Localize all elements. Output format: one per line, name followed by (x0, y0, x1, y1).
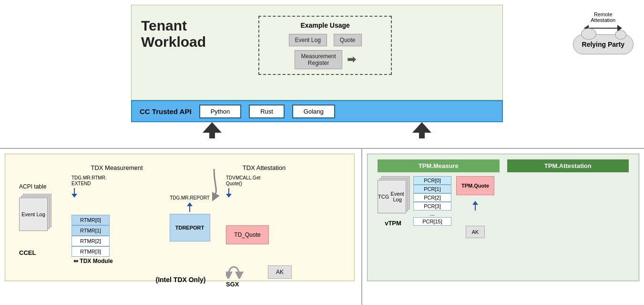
tdx-attestation-column: TDX Attestation TDVMCALL.Get Quote() TD_… (226, 159, 302, 288)
pcr-15: PCR[15] (413, 217, 451, 226)
tpm-quote-column: TPM.Quote AK (456, 176, 494, 238)
left-panel-content: ACPI table Event Log CCEL TDX Measuremen… (11, 156, 350, 287)
rtmr-1: RTMR[1] (72, 225, 110, 236)
lang-python: Python (199, 105, 241, 118)
pcr-0: PCR[0] (413, 176, 451, 185)
arrow-line (589, 28, 617, 29)
example-usage-box: Example Usage Event Log Quote Measuremen… (258, 16, 392, 75)
lang-rust: Rust (249, 105, 285, 118)
ccel-label: CCEL (19, 249, 36, 256)
relying-party-cloud: Relying Party (573, 34, 634, 54)
arrow-head-tdvmcall (226, 194, 232, 198)
tenant-title: Tenant Workload (141, 18, 206, 50)
arrow-down-tdvmcall (226, 188, 232, 198)
left-panel: ACPI table Event Log CCEL TDX Measuremen… (0, 149, 362, 305)
arrow-up-right (412, 122, 431, 138)
arrow-down-extend (72, 188, 77, 198)
arrow-shaft-right (419, 133, 425, 138)
vtpm-pages: TCG Event Log (378, 176, 409, 212)
eu-arrow-icon: ➡ (347, 53, 356, 66)
arrow-shaft-extend (74, 188, 75, 194)
left-columns: ACPI table Event Log CCEL TDX Measuremen… (19, 159, 342, 274)
cc-api-label: CC Trusted API (140, 107, 192, 116)
top-section: Tenant Workload Example Usage Event Log … (0, 0, 644, 148)
tdreport-column: TDG.MR.REPORT TDREPORT (166, 159, 214, 242)
right-content: TPM.Measure TPM.Attestation TCG Event Lo… (372, 156, 634, 242)
sgx-label: SGX (226, 281, 239, 288)
tpm-attestation-box: TPM.Attestation (507, 159, 629, 172)
pcr-2: PCR[2] (413, 193, 451, 202)
pcr-dots: ... (413, 210, 451, 217)
example-usage-row: Event Log Quote (266, 34, 384, 46)
tpm-measure-box: TPM.Measure (378, 159, 500, 172)
example-usage-bottom-row: Measurement Register ➡ (266, 50, 384, 69)
quote-box: Quote (334, 34, 362, 46)
ak-box-right: AK (466, 226, 485, 238)
vtpm-left: TCG Event Log vTPM (378, 176, 409, 227)
ak-box-left: AK (268, 265, 292, 279)
arrow-shaft-tpm (475, 205, 476, 210)
curve-arrow-region (207, 164, 221, 202)
example-usage-title: Example Usage (266, 21, 384, 29)
arrow-up-tdreport (187, 202, 193, 212)
cc-api-bar: CC Trusted API Python Rust Golang (131, 100, 503, 122)
tenant-cc-wrapper: Tenant Workload Example Usage Event Log … (131, 0, 503, 140)
arrow-head-tdreport (187, 202, 193, 206)
tdg-extend-label: TDG.MR.RTMR. EXTEND (72, 175, 107, 187)
lang-golang: Golang (292, 105, 335, 118)
pcr-column: PCR[0] PCR[1] PCR[2] PCR[3] ... PCR[15] (413, 176, 451, 226)
arrow-up-left (203, 122, 222, 138)
tdx-module-label: ⇔ TDX Module (73, 258, 113, 264)
arrow-head-right-icon (412, 122, 431, 133)
event-log-box: Event Log (289, 34, 327, 46)
rtmr-3: RTMR[3] (72, 246, 110, 257)
tenant-workload-box: Tenant Workload Example Usage Event Log … (131, 5, 503, 100)
bottom-section: ACPI table Event Log CCEL TDX Measuremen… (0, 148, 644, 305)
tdx-measurement-column: TDX Measurement TDG.MR.RTMR. EXTEND RTMR… (72, 159, 162, 264)
arrow-head-extend (72, 194, 77, 198)
acpi-event-log-page: Event Log (19, 198, 48, 231)
tdreport-box: TDREPORT (170, 214, 210, 242)
acpi-stacked-pages: Event Log (19, 194, 52, 232)
relying-party-container: Remote Attestation Relying Party (573, 11, 634, 54)
sgx-ak-row: AK (226, 251, 292, 279)
acpi-header: ACPI table (19, 183, 46, 190)
right-panel: TPM.Measure TPM.Attestation TCG Event Lo… (362, 149, 644, 305)
remote-attestation-label: Remote Attestation (591, 11, 615, 23)
acpi-column: ACPI table Event Log CCEL (19, 159, 72, 256)
tdx-measurement-header: TDX Measurement (72, 164, 162, 171)
vtpm-label: vTPM (385, 220, 401, 227)
measurement-register-box: Measurement Register (295, 50, 342, 69)
arrow-head-left-icon (203, 122, 222, 133)
curved-up-arrows-svg (226, 262, 255, 279)
tpm-quote-box: TPM.Quote (456, 176, 494, 195)
rtmr-stack: RTMR[0] RTMR[1] RTMR[2] RTMR[3] (72, 215, 110, 257)
right-inner: TCG Event Log vTPM PCR[0] PCR[1] PCR[2] … (378, 176, 629, 238)
pcr-1: PCR[1] (413, 185, 451, 193)
td-quote-box: TD_Quote (226, 225, 269, 244)
pcr-3: PCR[3] (413, 202, 451, 210)
tpm-top-row: TPM.Measure TPM.Attestation (378, 159, 629, 172)
arrow-shaft-tdvmcall (228, 188, 229, 194)
tdvmcall-label: TDVMCALL.Get Quote() (226, 175, 260, 187)
tdg-report-label: TDG.MR.REPORT (170, 195, 210, 200)
arrow-head-up-tpm (472, 201, 478, 205)
vtpm-event-log-page: TCG Event Log (378, 180, 406, 213)
arrow-shaft-left (209, 133, 215, 138)
rtmr-0: RTMR[0] (72, 215, 110, 225)
curve-arrow-svg (207, 164, 221, 202)
arrow-up-tpm-quote (472, 201, 478, 210)
arrow-shaft-tdreport (189, 206, 190, 212)
tdx-attestation-header: TDX Attestation (226, 164, 302, 171)
rtmr-2: RTMR[2] (72, 236, 110, 246)
arrows-up-row (131, 122, 503, 140)
